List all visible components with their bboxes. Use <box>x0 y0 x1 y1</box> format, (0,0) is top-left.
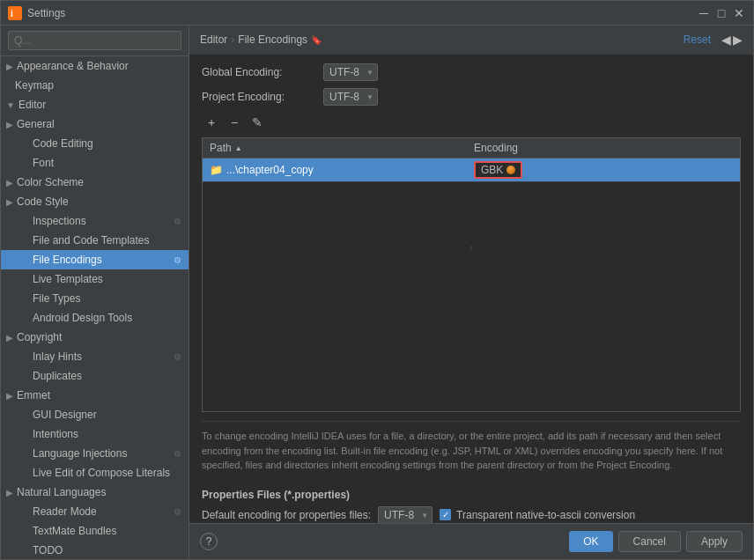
table-toolbar: + − ✎ <box>202 113 741 132</box>
sidebar-item-label: TextMate Bundles <box>33 525 116 537</box>
table-row[interactable]: 📁 ...\chapter04_copy GBK <box>203 158 740 182</box>
empty-table-area: ↑ <box>203 235 740 411</box>
sidebar-item-live-templates[interactable]: Live Templates <box>1 269 188 289</box>
sidebar-item-label: GUI Designer <box>33 409 97 421</box>
sidebar-item-label: Keymap <box>15 79 54 92</box>
sidebar-item-color-scheme[interactable]: ▶ Color Scheme <box>1 173 188 192</box>
sidebar-item-label: Reader Mode <box>33 505 97 518</box>
sidebar-item-general[interactable]: ▶ General <box>1 114 188 134</box>
project-encoding-select-wrapper: UTF-8 <box>323 88 378 106</box>
main-panel: Editor › File Encodings 🔖 Reset ◀ ▶ <box>189 26 753 559</box>
sidebar-item-keymap[interactable]: Keymap <box>1 76 188 95</box>
cancel-button[interactable]: Cancel <box>618 531 681 552</box>
search-input[interactable] <box>8 31 181 50</box>
sidebar-item-font[interactable]: Font <box>1 153 188 173</box>
sidebar-item-emmet[interactable]: ▶ Emmet <box>1 386 188 405</box>
sidebar-item-inlay-hints[interactable]: Inlay Hints ⚙ <box>1 347 188 366</box>
global-encoding-row: Global Encoding: UTF-8 <box>202 63 741 81</box>
encoding-badge[interactable]: GBK <box>474 161 522 179</box>
sidebar-item-label: TODO <box>33 544 63 556</box>
close-button[interactable]: ✕ <box>732 6 746 20</box>
sidebar-item-label: Live Templates <box>33 273 103 285</box>
gear-icon: ⚙ <box>174 449 181 459</box>
sidebar-item-code-editing[interactable]: Code Editing <box>1 134 188 153</box>
nav-back-button[interactable]: ◀ <box>721 33 731 47</box>
sidebar-item-textmate-bundles[interactable]: TextMate Bundles <box>1 521 188 541</box>
arrow-icon: ▶ <box>6 488 13 497</box>
maximize-button[interactable]: □ <box>714 6 728 20</box>
global-encoding-select-wrapper: UTF-8 <box>323 63 378 81</box>
sidebar-item-label: Emmet <box>17 389 50 402</box>
sidebar-item-editor[interactable]: ▼ Editor <box>1 95 188 114</box>
breadcrumb-current: File Encodings <box>238 33 307 46</box>
minimize-button[interactable]: ─ <box>697 6 711 20</box>
sidebar-item-gui-designer[interactable]: GUI Designer <box>1 405 188 424</box>
path-column-header: Path ▲ <box>203 138 467 158</box>
transparent-checkbox[interactable]: ✓ <box>440 509 451 520</box>
nav-forward-button[interactable]: ▶ <box>733 33 743 47</box>
sidebar-item-language-injections[interactable]: Language Injections ⚙ <box>1 444 188 463</box>
arrow-icon: ▼ <box>6 100 15 110</box>
encodings-table: Path ▲ Encoding 📁 ...\chapter04_copy <box>202 137 741 412</box>
sidebar-item-label: Editor <box>18 99 46 111</box>
sidebar-item-appearance[interactable]: ▶ Appearance & Behavior <box>1 56 188 76</box>
sidebar-item-label: File Encodings <box>33 254 102 266</box>
properties-encoding-row: Default encoding for properties files: U… <box>202 506 741 524</box>
sidebar-item-label: Intentions <box>33 428 78 440</box>
sidebar-item-label: Code Style <box>17 195 69 208</box>
gear-icon: ⚙ <box>174 507 181 517</box>
sidebar-item-live-edit[interactable]: Live Edit of Compose Literals <box>1 463 188 483</box>
arrow-icon: ▶ <box>6 391 13 401</box>
ok-button[interactable]: OK <box>569 531 612 552</box>
sidebar-item-label: Duplicates <box>33 370 82 382</box>
footer: ? OK Cancel Apply <box>189 523 753 559</box>
apply-button[interactable]: Apply <box>686 531 743 552</box>
global-encoding-select[interactable]: UTF-8 <box>323 63 378 81</box>
breadcrumb: Editor › File Encodings 🔖 <box>200 33 322 46</box>
add-button[interactable]: + <box>202 113 221 132</box>
window-controls: ─ □ ✕ <box>697 6 746 20</box>
sidebar-item-file-types[interactable]: File Types <box>1 289 188 308</box>
sidebar-item-reader-mode[interactable]: Reader Mode ⚙ <box>1 502 188 521</box>
sidebar-item-android-design-tools[interactable]: Android Design Tools <box>1 308 188 328</box>
properties-encoding-label: Default encoding for properties files: <box>202 509 371 521</box>
path-value: ...\chapter04_copy <box>226 164 314 176</box>
sidebar-item-label: Inlay Hints <box>33 350 82 363</box>
sidebar-item-inspections[interactable]: Inspections ⚙ <box>1 211 188 231</box>
transparent-label: Transparent native-to-ascii conversion <box>456 509 635 521</box>
arrow-icon: ▶ <box>6 178 13 188</box>
gear-icon: ⚙ <box>174 352 181 362</box>
sidebar-item-file-code-templates[interactable]: File and Code Templates <box>1 231 188 250</box>
svg-text:i: i <box>11 9 13 18</box>
table-header: Path ▲ Encoding <box>203 138 740 158</box>
sidebar-item-code-style[interactable]: ▶ Code Style <box>1 192 188 211</box>
sidebar-item-label: Copyright <box>17 331 62 343</box>
info-text: To change encoding IntelliJ IDEA uses fo… <box>202 421 741 480</box>
encoding-column-header: Encoding <box>467 138 740 158</box>
sidebar-item-label: Code Editing <box>33 137 93 150</box>
edit-button[interactable]: ✎ <box>248 113 267 132</box>
sidebar-item-duplicates[interactable]: Duplicates <box>1 366 188 386</box>
sidebar-item-intentions[interactable]: Intentions <box>1 424 188 444</box>
sort-icon: ▲ <box>235 144 242 152</box>
sidebar-item-file-encodings[interactable]: File Encodings ⚙ <box>1 250 188 269</box>
folder-icon: 📁 <box>210 164 223 176</box>
project-encoding-row: Project Encoding: UTF-8 <box>202 88 741 106</box>
reset-link[interactable]: Reset <box>684 33 711 46</box>
properties-encoding-select[interactable]: UTF-8 <box>378 506 432 524</box>
global-encoding-label: Global Encoding: <box>202 66 316 78</box>
transparent-checkbox-row: ✓ Transparent native-to-ascii conversion <box>440 509 635 521</box>
project-encoding-select[interactable]: UTF-8 <box>323 88 378 106</box>
help-button[interactable]: ? <box>200 533 218 550</box>
sidebar-item-todo[interactable]: TODO <box>1 541 188 559</box>
content-area: ▶ Appearance & Behavior Keymap ▼ Editor … <box>1 26 753 559</box>
checkbox-check-icon: ✓ <box>442 510 449 519</box>
sidebar-item-natural-languages[interactable]: ▶ Natural Languages <box>1 483 188 502</box>
sidebar-item-label: Live Edit of Compose Literals <box>33 467 170 479</box>
properties-section-title: Properties Files (*.properties) <box>202 489 741 501</box>
sidebar: ▶ Appearance & Behavior Keymap ▼ Editor … <box>1 26 189 559</box>
sidebar-item-copyright[interactable]: ▶ Copyright <box>1 328 188 347</box>
path-cell: 📁 ...\chapter04_copy <box>203 161 467 179</box>
remove-button[interactable]: − <box>225 113 244 132</box>
arrow-icon: ▶ <box>6 333 13 343</box>
